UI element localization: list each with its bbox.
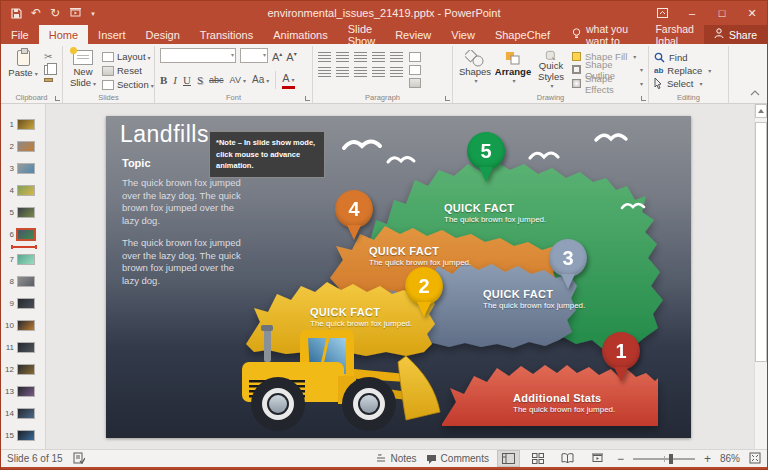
slide-thumbnail-image[interactable] <box>17 229 35 240</box>
slide-thumbnail-image[interactable] <box>17 141 35 152</box>
body-paragraph-1[interactable]: The quick brown fox jumped over the lazy… <box>122 177 252 227</box>
font-dialog-launcher-icon[interactable] <box>305 96 310 101</box>
share-button[interactable]: Share <box>704 25 767 44</box>
underline-button[interactable]: U <box>183 74 191 86</box>
zoom-slider-handle[interactable] <box>669 454 673 464</box>
account-name[interactable]: Farshad Iqbal <box>645 25 704 44</box>
slide-thumbnail-1[interactable]: 1 <box>1 114 45 134</box>
bullets-icon[interactable] <box>318 52 331 62</box>
shrink-font-button[interactable]: A <box>286 48 296 63</box>
start-slideshow-icon[interactable] <box>69 8 82 19</box>
shape-effects-button[interactable]: Shape Effects <box>572 77 643 90</box>
quick-fact-3[interactable]: QUICK FACT The quick brown fox jumped. <box>483 288 585 310</box>
replace-button[interactable]: ab Replace <box>654 64 711 76</box>
select-button[interactable]: Select <box>654 78 711 90</box>
copy-icon[interactable] <box>44 65 52 75</box>
tab-view[interactable]: View <box>441 25 485 44</box>
map-pin-1[interactable]: 1 <box>602 332 640 382</box>
align-text-icon[interactable] <box>409 65 421 75</box>
arrange-button[interactable]: Arrange <box>496 48 530 90</box>
body-paragraph-2[interactable]: The quick brown fox jumped over the lazy… <box>122 237 252 287</box>
quick-fact-5[interactable]: QUICK FACT The quick brown fox jumped. <box>444 202 546 224</box>
quick-styles-button[interactable]: Quick Styles <box>534 48 568 90</box>
slide-title[interactable]: Landfills <box>120 121 209 148</box>
slide-thumbnail-image[interactable] <box>17 185 35 196</box>
bold-button[interactable]: B <box>160 74 167 86</box>
slide-thumbnail-14[interactable]: 14 <box>1 403 45 423</box>
undo-icon[interactable]: ↶ <box>31 7 41 19</box>
align-left-icon[interactable] <box>318 67 331 77</box>
slide-thumbnail-12[interactable]: 12 <box>1 359 45 379</box>
new-slide-button[interactable]: New Slide <box>68 48 98 90</box>
customize-qat-icon[interactable]: ▾ <box>91 10 95 17</box>
slideshow-view-button[interactable] <box>587 451 608 466</box>
fit-slide-to-window-icon[interactable] <box>749 452 761 466</box>
find-button[interactable]: Find <box>654 51 711 63</box>
numbering-icon[interactable] <box>336 52 349 62</box>
slide-thumbnail-9[interactable]: 9 <box>1 293 45 313</box>
slide-thumbnail-image[interactable] <box>17 430 35 441</box>
slide-thumbnail-image[interactable] <box>17 254 35 265</box>
maximize-button[interactable]: □ <box>707 1 737 25</box>
slide-thumbnail-5[interactable]: 5 <box>1 202 45 222</box>
font-size-combo[interactable] <box>240 48 268 63</box>
cut-icon[interactable]: ✂ <box>44 51 53 62</box>
zoom-slider[interactable] <box>633 458 695 460</box>
slide-thumbnail-7[interactable]: 7 <box>1 249 45 269</box>
zoom-in-button[interactable]: + <box>704 452 711 466</box>
italic-button[interactable]: I <box>173 74 177 86</box>
slide-thumbnail-image[interactable] <box>17 119 35 130</box>
justify-icon[interactable] <box>372 67 385 77</box>
tab-insert[interactable]: Insert <box>88 25 136 44</box>
tab-shapechef[interactable]: ShapeChef <box>485 25 560 44</box>
slide-thumbnail-3[interactable]: 3 <box>1 158 45 178</box>
strikethrough-button[interactable]: abc <box>209 74 224 86</box>
drawing-dialog-launcher-icon[interactable] <box>641 96 646 101</box>
tab-file[interactable]: File <box>1 25 39 44</box>
increase-indent-icon[interactable] <box>372 52 385 62</box>
notes-button[interactable]: Notes <box>376 453 416 464</box>
line-spacing-icon[interactable] <box>390 52 403 62</box>
redo-icon[interactable]: ↻ <box>50 7 60 19</box>
map-pin-3[interactable]: 3 <box>549 239 587 289</box>
tell-me-box[interactable]: Tell me what you want to do... <box>560 25 645 44</box>
layout-button[interactable]: Layout <box>102 51 154 62</box>
tab-animations[interactable]: Animations <box>263 25 337 44</box>
ribbon-display-options-icon[interactable] <box>647 1 677 25</box>
slide-thumbnail-2[interactable]: 2 <box>1 136 45 156</box>
align-right-icon[interactable] <box>354 67 367 77</box>
comments-button[interactable]: Comments <box>426 453 489 464</box>
map-pin-4[interactable]: 4 <box>335 190 373 240</box>
clipboard-dialog-launcher-icon[interactable] <box>55 96 60 101</box>
additional-stats[interactable]: Additional Stats The quick brown fox jum… <box>513 392 615 414</box>
close-button[interactable]: ✕ <box>737 1 767 25</box>
collapse-ribbon-icon[interactable] <box>750 82 760 100</box>
slide-thumbnail-image[interactable] <box>17 163 35 174</box>
vertical-scrollbar[interactable] <box>754 104 767 449</box>
zoom-out-button[interactable]: − <box>617 452 624 466</box>
character-spacing-button[interactable]: AV <box>230 74 246 87</box>
reset-button[interactable]: Reset <box>102 65 154 76</box>
quick-fact-4[interactable]: QUICK FACT The quick brown fox jumped. <box>369 245 471 267</box>
shapes-button[interactable]: Shapes <box>458 48 492 90</box>
slide-thumbnail-image[interactable] <box>17 386 35 397</box>
scrollbar-thumb[interactable] <box>755 122 767 362</box>
reading-view-button[interactable] <box>557 451 578 466</box>
slide-thumbnail-4[interactable]: 4 <box>1 180 45 200</box>
slide-thumbnail-image[interactable] <box>17 207 35 218</box>
text-shadow-button[interactable]: S <box>197 74 203 86</box>
slide-thumbnail-10[interactable]: 10 <box>1 315 45 335</box>
decrease-indent-icon[interactable] <box>354 52 367 62</box>
quick-fact-2[interactable]: QUICK FACT The quick brown fox jumped. <box>310 306 412 328</box>
format-painter-icon[interactable] <box>44 78 53 82</box>
slide-thumbnail-image[interactable] <box>17 342 35 353</box>
slide-thumbnail-image[interactable] <box>17 320 35 331</box>
zoom-percent[interactable]: 86% <box>720 453 740 464</box>
spell-check-icon[interactable] <box>73 452 85 466</box>
save-icon[interactable] <box>11 8 22 19</box>
tab-home[interactable]: Home <box>39 25 88 44</box>
slide-thumbnail-13[interactable]: 13 <box>1 381 45 401</box>
map-pin-2[interactable]: 2 <box>405 267 443 317</box>
align-center-icon[interactable] <box>336 67 349 77</box>
grow-font-button[interactable]: A <box>272 48 282 63</box>
